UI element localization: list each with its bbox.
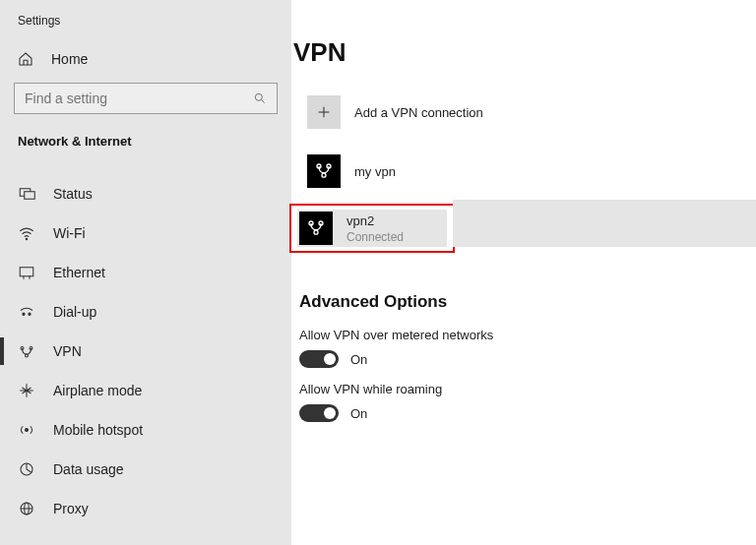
home-nav[interactable]: Home bbox=[0, 41, 291, 77]
nav-item-ethernet[interactable]: Ethernet bbox=[0, 253, 291, 292]
option-label: Allow VPN over metered networks bbox=[299, 328, 756, 342]
home-icon bbox=[18, 51, 33, 67]
advanced-options-title: Advanced Options bbox=[299, 292, 756, 312]
plus-icon bbox=[307, 95, 341, 129]
vpn-connection-item-selected[interactable]: vpn2 Connected bbox=[297, 210, 447, 247]
svg-point-22 bbox=[322, 173, 326, 177]
section-title: Network & Internet bbox=[0, 130, 291, 158]
nav-item-wifi[interactable]: Wi-Fi bbox=[0, 213, 291, 253]
svg-point-0 bbox=[255, 93, 262, 100]
main-content: VPN Add a VPN connection my vpn vpn2 Con… bbox=[291, 0, 756, 545]
toggle-metered[interactable]: On bbox=[299, 350, 756, 368]
selection-background bbox=[453, 200, 756, 247]
vpn-name: my vpn bbox=[354, 164, 396, 179]
vpn-name: vpn2 bbox=[346, 213, 404, 228]
page-title: VPN bbox=[293, 37, 756, 68]
nav-item-datausage[interactable]: Data usage bbox=[0, 450, 291, 489]
search-icon bbox=[253, 91, 267, 105]
nav-item-airplane[interactable]: Airplane mode bbox=[0, 371, 291, 410]
svg-point-12 bbox=[26, 354, 29, 357]
datausage-icon bbox=[18, 460, 35, 478]
selected-highlight: vpn2 Connected bbox=[289, 204, 455, 253]
nav-label: Data usage bbox=[53, 461, 124, 477]
airplane-icon bbox=[18, 382, 35, 399]
nav-item-vpn[interactable]: VPN bbox=[0, 332, 291, 371]
toggle-state: On bbox=[350, 406, 367, 421]
svg-rect-5 bbox=[20, 268, 33, 276]
add-vpn-label: Add a VPN connection bbox=[354, 105, 483, 120]
nav-label: Ethernet bbox=[53, 265, 105, 280]
nav-label: Airplane mode bbox=[53, 383, 142, 398]
search-field[interactable] bbox=[25, 91, 242, 106]
nav-label: Mobile hotspot bbox=[53, 422, 143, 438]
ethernet-icon bbox=[18, 264, 35, 281]
svg-point-25 bbox=[314, 230, 318, 234]
vpn-status: Connected bbox=[346, 230, 404, 244]
svg-point-13 bbox=[26, 429, 29, 432]
svg-line-1 bbox=[262, 100, 265, 103]
nav-label: Status bbox=[53, 186, 93, 202]
home-label: Home bbox=[51, 51, 88, 67]
nav-item-proxy[interactable]: Proxy bbox=[0, 489, 291, 528]
status-icon bbox=[18, 185, 35, 203]
sidebar: Settings Home Network & Internet Status … bbox=[0, 0, 291, 545]
nav-item-status[interactable]: Status bbox=[0, 174, 291, 213]
vpn-connection-item[interactable]: my vpn bbox=[299, 149, 756, 194]
vpn-connection-icon bbox=[299, 212, 333, 245]
nav-label: Proxy bbox=[53, 501, 89, 516]
nav-label: Wi-Fi bbox=[53, 225, 86, 241]
svg-point-9 bbox=[29, 313, 31, 315]
search-input[interactable] bbox=[14, 83, 278, 114]
svg-point-8 bbox=[23, 313, 25, 315]
dialup-icon bbox=[18, 303, 35, 321]
add-vpn-button[interactable]: Add a VPN connection bbox=[299, 90, 756, 135]
nav-list: Status Wi-Fi Ethernet Dial-up VPN Airpla… bbox=[0, 174, 291, 528]
toggle-switch[interactable] bbox=[299, 350, 339, 368]
vpn-connection-icon bbox=[307, 154, 341, 188]
proxy-icon bbox=[18, 500, 35, 517]
vpn-icon bbox=[18, 342, 35, 360]
nav-item-hotspot[interactable]: Mobile hotspot bbox=[0, 410, 291, 450]
svg-point-4 bbox=[26, 238, 28, 240]
nav-item-dialup[interactable]: Dial-up bbox=[0, 292, 291, 332]
wifi-icon bbox=[18, 224, 35, 242]
nav-label: Dial-up bbox=[53, 304, 96, 320]
toggle-switch[interactable] bbox=[299, 404, 339, 422]
toggle-roaming[interactable]: On bbox=[299, 404, 756, 422]
svg-rect-3 bbox=[25, 192, 35, 200]
toggle-state: On bbox=[350, 352, 367, 367]
app-title: Settings bbox=[0, 10, 291, 41]
nav-label: VPN bbox=[53, 343, 82, 359]
hotspot-icon bbox=[18, 421, 35, 439]
option-label: Allow VPN while roaming bbox=[299, 382, 756, 396]
